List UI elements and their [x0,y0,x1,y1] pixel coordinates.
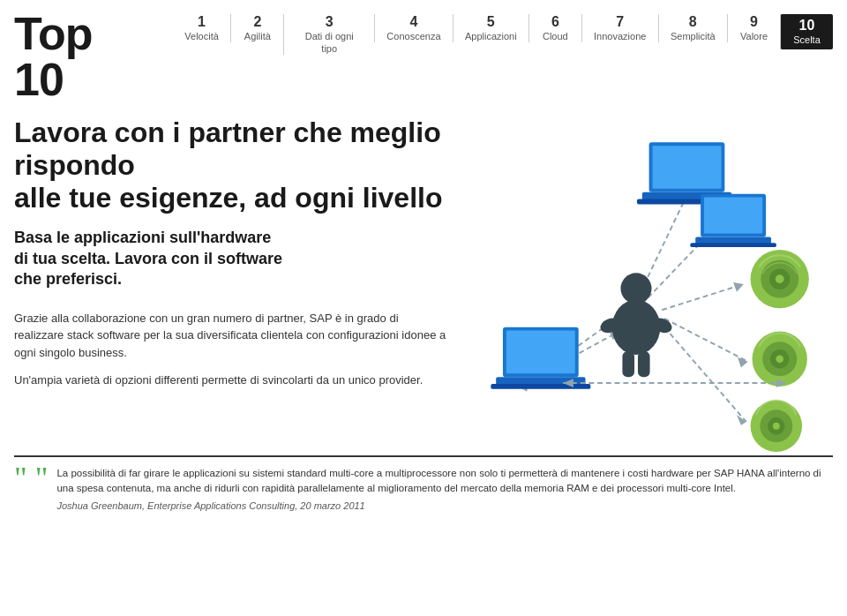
nav-label-4: Conoscenza [386,30,440,42]
main-headline: Lavora con i partner che meglio rispondo… [14,116,446,214]
sub-headline-2: Lavora con il softwareche preferisci. [14,250,282,288]
nav-item-9[interactable]: 9 Valore [727,14,780,42]
nav-label-10: Scelta [793,34,821,46]
right-column [446,116,833,455]
svg-point-42 [773,423,780,430]
svg-rect-18 [704,198,762,234]
main-content: Lavora con i partner che meglio rispondo… [0,102,847,455]
nav-items: 1 Velocità 2 Agilità 3 Dati di ogni tipo… [173,14,833,55]
nav-item-2[interactable]: 2 Agilità [230,14,283,42]
nav-item-5[interactable]: 5 Applicazioni [453,14,528,42]
nav-item-7[interactable]: 7 Innovazione [581,14,658,42]
nav-num-10: 10 [799,18,815,34]
svg-rect-22 [506,331,575,374]
top-nav: Top 10 1 Velocità 2 Agilità 3 Dati di og… [0,0,847,102]
svg-rect-29 [622,351,634,377]
laptop-bottom-left [491,327,590,389]
footer-section: " " La possibilità di far girare le appl… [14,455,833,511]
left-column: Lavora con i partner che meglio rispondo… [14,116,446,455]
svg-rect-20 [690,243,776,247]
quote-mark-icon: " " [14,462,48,494]
nav-num-2: 2 [253,14,261,30]
laptop-middle-right [690,194,776,247]
cd-disc-1 [751,250,809,308]
body-paragraph-1: Grazie alla collaborazione con un gran n… [14,310,446,362]
nav-item-4[interactable]: 4 Conoscenza [374,14,453,42]
nav-num-5: 5 [487,14,495,30]
svg-rect-24 [491,384,590,389]
svg-point-25 [620,273,651,304]
sub-headline-1: Basa le applicazioni sull'hardwaredi tua… [14,228,446,289]
nav-item-10[interactable]: 10 Scelta [780,14,833,49]
top10-title: Top 10 [14,11,152,102]
svg-point-38 [776,355,783,363]
nav-item-8[interactable]: 8 Semplicità [658,14,727,42]
svg-point-34 [776,274,784,283]
svg-rect-14 [653,146,722,189]
nav-label-8: Semplicità [671,30,716,42]
svg-marker-6 [733,282,744,292]
svg-line-7 [664,319,748,362]
nav-label-2: Agilità [244,30,271,42]
nav-item-3[interactable]: 3 Dati di ogni tipo [283,14,374,55]
footer-attribution: Joshua Greenbaum, Enterprise Application… [56,500,833,511]
footer-text-block: La possibilità di far girare le applicaz… [56,466,833,511]
nav-num-3: 3 [326,14,334,30]
nav-label-1: Velocità [184,30,219,42]
nav-num-4: 4 [409,14,417,30]
nav-num-7: 7 [616,14,624,30]
nav-item-1[interactable]: 1 Velocità [173,14,231,42]
nav-label-3: Dati di ogni tipo [296,30,362,56]
illustration [446,116,826,452]
cd-disc-3 [751,400,802,452]
svg-line-9 [664,327,746,422]
nav-num-1: 1 [198,14,206,30]
svg-line-5 [662,284,744,310]
nav-label-6: Cloud [543,30,568,42]
nav-label-5: Applicazioni [465,30,517,42]
nav-item-6[interactable]: 6 Cloud [528,14,581,42]
footer-quote-text: La possibilità di far girare le applicaz… [56,466,833,497]
cd-disc-2 [753,332,807,387]
nav-label-9: Valore [740,30,768,42]
svg-point-26 [612,300,661,355]
nav-num-6: 6 [551,14,559,30]
body-paragraph-2: Un'ampia varietà di opzioni differenti p… [14,372,446,389]
svg-rect-30 [638,351,650,377]
nav-num-8: 8 [689,14,697,30]
nav-label-7: Innovazione [594,30,646,42]
nav-num-9: 9 [750,14,758,30]
person-figure [598,273,674,377]
